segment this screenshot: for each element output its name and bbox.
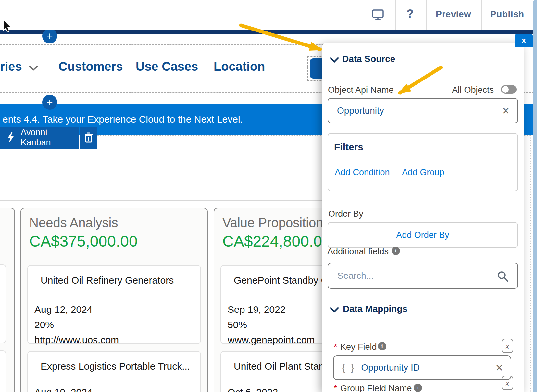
chevron-down-icon[interactable] [330, 57, 339, 63]
add-group-link[interactable]: Add Group [402, 167, 444, 178]
info-icon[interactable]: i [392, 247, 400, 255]
panel-close-button[interactable]: x [515, 34, 533, 47]
toolbar-divider [426, 0, 427, 30]
key-field-value: Opportunity ID [361, 362, 420, 373]
filters-box: Filters Add Condition Add Group [328, 133, 518, 191]
panel-divider [322, 317, 524, 317]
card-percent: 50% [228, 319, 247, 330]
preview-button[interactable]: Preview [436, 9, 471, 19]
key-field-label: Key Field [340, 342, 377, 352]
additional-fields-label: Additional fields [327, 247, 389, 257]
nav-item-use-cases[interactable]: Use Cases [136, 60, 198, 74]
merge-field-icon: { } [342, 362, 355, 373]
info-icon[interactable]: i [414, 384, 422, 392]
trash-icon [84, 132, 93, 143]
add-condition-link[interactable]: Add Condition [335, 167, 390, 178]
card-url: http://www.uos.com [34, 335, 119, 346]
card-title: Express Logistics Portable Truck... [41, 361, 190, 372]
add-order-by-label: Add Order By [396, 230, 449, 240]
add-section-button[interactable]: + [42, 29, 57, 43]
required-asterisk: * [334, 384, 337, 392]
component-label-tab: Avonni Kanban [0, 127, 97, 149]
card-title: GenePoint Standby G [234, 275, 329, 286]
additional-fields-search[interactable] [328, 263, 518, 289]
card-url: www.genepoint.com [228, 335, 315, 346]
canvas-edge-strip [533, 0, 537, 392]
info-icon[interactable]: i [378, 342, 386, 350]
publish-button[interactable]: Publish [490, 9, 524, 19]
chevron-down-icon[interactable] [330, 307, 339, 313]
object-api-name-value: Opportunity [337, 105, 384, 116]
required-asterisk: * [334, 342, 337, 352]
order-by-label: Order By [328, 209, 363, 219]
canvas-top-border [0, 30, 533, 34]
panel-section-title-data-source[interactable]: Data Source [342, 54, 395, 64]
help-button[interactable]: ? [406, 7, 414, 21]
component-label[interactable]: Avonni Kanban [0, 127, 79, 149]
data-source-panel: Data Source Object Api Name All Objects … [322, 43, 524, 392]
key-field-input[interactable]: { } Opportunity ID × [333, 355, 511, 380]
delete-component-button[interactable] [80, 127, 97, 149]
card-title: United Oil Refinery Generators [41, 275, 174, 286]
add-order-by-button[interactable]: Add Order By [328, 222, 518, 248]
banner-text: ents 4.4. Take your Experience Cloud to … [3, 114, 243, 125]
filters-title: Filters [334, 141, 363, 153]
toolbar-divider [360, 0, 360, 30]
search-input[interactable] [337, 270, 493, 281]
kanban-card-partial[interactable] [0, 264, 6, 343]
clear-key-field-icon[interactable]: × [496, 361, 503, 374]
toolbar-divider [395, 0, 396, 30]
kanban-card[interactable]: Express Logistics Portable Truck... Aug … [27, 351, 201, 392]
card-date: Sep 19, 2022 [228, 304, 286, 315]
nav-item-industries[interactable]: ries [0, 60, 22, 74]
add-section-button[interactable]: + [42, 95, 57, 110]
panel-section-title-data-mappings[interactable]: Data Mappings [343, 304, 407, 314]
component-selection-border-right [530, 135, 531, 392]
search-icon[interactable] [497, 271, 509, 282]
group-field-name-label: Group Field Name [340, 384, 412, 392]
toggle-knob [502, 86, 509, 93]
column-amount: CA$375,000.00 [29, 232, 138, 250]
expression-button[interactable]: x [502, 376, 513, 390]
object-api-name-label: Object Api Name [328, 85, 394, 95]
nav-item-customers[interactable]: Customers [58, 60, 123, 74]
column-title: Value Proposition [222, 215, 323, 230]
column-title: Needs Analysis [29, 215, 118, 230]
card-title: United Oil Plant Stand [234, 361, 330, 372]
kanban-card[interactable]: United Oil Refinery Generators Aug 12, 2… [27, 265, 201, 344]
expression-button[interactable]: x [502, 339, 513, 353]
card-date: Aug 19, 2024 [34, 387, 93, 392]
card-date: Aug 12, 2024 [34, 304, 93, 315]
device-preview-icon[interactable] [371, 8, 384, 21]
builder-toolbar: ? Preview Publish [0, 0, 533, 30]
column-amount: CA$224,800.00 [222, 232, 331, 250]
lightning-icon [6, 132, 15, 143]
all-objects-label: All Objects [452, 85, 494, 95]
chevron-down-icon [29, 65, 38, 71]
kanban-column-needs-analysis: Needs Analysis CA$375,000.00 United Oil … [20, 208, 208, 392]
card-percent: 20% [34, 319, 54, 330]
component-label-text: Avonni Kanban [21, 128, 79, 148]
all-objects-toggle[interactable] [501, 85, 517, 94]
experience-builder-screen: ries Customers Use Cases Location ents 4… [0, 0, 537, 392]
object-api-name-input[interactable]: Opportunity × [328, 98, 518, 123]
toolbar-divider [481, 0, 482, 30]
nav-item-location[interactable]: Location [214, 60, 265, 74]
card-date: Oct 6, 2022 [228, 387, 278, 392]
kanban-card-partial[interactable] [0, 350, 6, 392]
clear-object-icon[interactable]: × [502, 104, 509, 117]
